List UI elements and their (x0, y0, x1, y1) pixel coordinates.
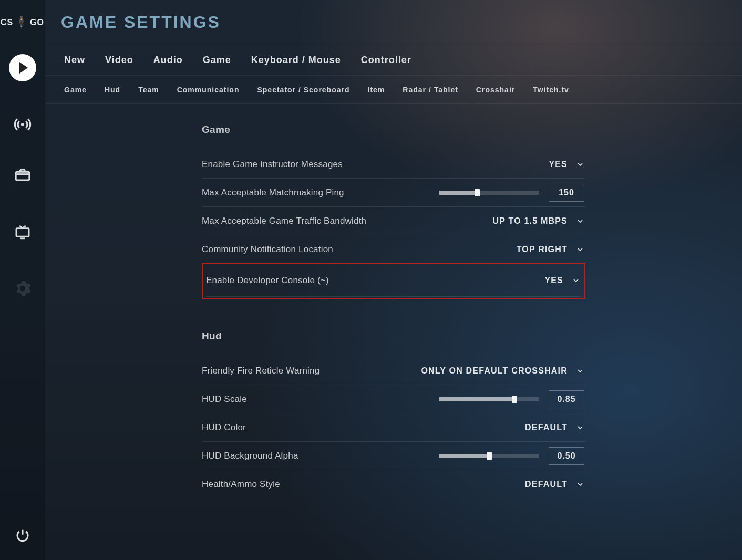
dropdown-bandwidth[interactable]: UP TO 1.5 MBPS (493, 207, 584, 235)
dropdown-value: ONLY ON DEFAULT CROSSHAIR (421, 366, 568, 376)
setting-label: Community Notification Location (202, 244, 333, 255)
setting-health-style: Health/Ammo Style DEFAULT (202, 470, 585, 499)
setting-ff-warning: Friendly Fire Reticle Warning ONLY ON DE… (202, 357, 585, 385)
logo-left: CS (1, 18, 13, 27)
game-logo: CS 🕴️ GO (0, 0, 45, 45)
chevron-down-icon (576, 217, 584, 225)
setting-label: Max Acceptable Game Traffic Bandwidth (202, 216, 366, 226)
setting-hud-scale: HUD Scale 0.85 (202, 385, 585, 413)
slider-hud-scale[interactable] (439, 397, 539, 401)
svg-rect-1 (16, 172, 29, 180)
sidebar-nav (0, 50, 45, 306)
dropdown-value: DEFAULT (525, 480, 568, 489)
dropdown-ff-warning[interactable]: ONLY ON DEFAULT CROSSHAIR (421, 357, 584, 385)
dropdown-notif-loc[interactable]: TOP RIGHT (517, 235, 584, 263)
setting-bg-alpha: HUD Background Alpha 0.50 (202, 442, 585, 470)
svg-rect-2 (16, 229, 28, 237)
dropdown-value: DEFAULT (525, 423, 568, 432)
sidebar-inventory-button[interactable] (0, 158, 45, 192)
number-input-bg-alpha[interactable]: 0.50 (549, 447, 584, 465)
logo-figure-icon: 🕴️ (14, 16, 29, 29)
chevron-down-icon (576, 245, 584, 254)
subtab-communication[interactable]: Communication (177, 86, 240, 94)
subtab-twitch[interactable]: Twitch.tv (533, 86, 569, 94)
subtab-crosshair[interactable]: Crosshair (476, 86, 515, 94)
setting-instructor: Enable Game Instructor Messages YES (202, 150, 585, 179)
section-title-hud: Hud (202, 330, 585, 342)
sidebar-power-button[interactable] (15, 527, 30, 545)
svg-point-0 (20, 123, 24, 126)
setting-label: HUD Background Alpha (202, 451, 298, 461)
setting-label: Health/Ammo Style (202, 479, 280, 490)
main-tabs: New Video Audio Game Keyboard / Mouse Co… (45, 45, 742, 76)
slider-ping[interactable] (439, 191, 539, 195)
setting-label: Enable Game Instructor Messages (202, 159, 343, 170)
chevron-down-icon (576, 423, 584, 432)
dropdown-value: TOP RIGHT (517, 245, 568, 254)
number-input-hud-scale[interactable]: 0.85 (549, 390, 584, 408)
dropdown-dev-console[interactable]: YES (544, 265, 580, 296)
dropdown-value: UP TO 1.5 MBPS (493, 216, 568, 226)
setting-bandwidth: Max Acceptable Game Traffic Bandwidth UP… (202, 207, 585, 235)
dropdown-hud-color[interactable]: DEFAULT (525, 413, 584, 441)
subtab-radar[interactable]: Radar / Tablet (403, 86, 458, 94)
slider-bg-alpha[interactable] (439, 454, 539, 458)
power-icon (15, 527, 30, 543)
logo-right: GO (30, 18, 44, 27)
setting-label: Enable Developer Console (~) (206, 275, 329, 286)
setting-ping: Max Acceptable Matchmaking Ping 150 (202, 179, 585, 207)
chevron-down-icon (572, 276, 580, 285)
play-icon (9, 54, 36, 81)
tab-keyboard[interactable]: Keyboard / Mouse (251, 55, 341, 66)
main-area: GAME SETTINGS New Video Audio Game Keybo… (45, 0, 742, 560)
setting-label: Max Acceptable Matchmaking Ping (202, 188, 344, 198)
tab-controller[interactable]: Controller (361, 55, 411, 66)
tab-new[interactable]: New (64, 55, 85, 66)
setting-notification-location: Community Notification Location TOP RIGH… (202, 235, 585, 264)
sidebar: CS 🕴️ GO (0, 0, 45, 560)
settings-scroll: Game Enable Game Instructor Messages YES… (45, 104, 742, 560)
setting-hud-color: HUD Color DEFAULT (202, 413, 585, 442)
slider-control-hud-scale: 0.85 (439, 385, 584, 413)
sidebar-broadcast-button[interactable] (0, 107, 45, 142)
number-input-ping[interactable]: 150 (549, 184, 584, 202)
subtab-game[interactable]: Game (64, 86, 87, 94)
dropdown-instructor[interactable]: YES (549, 150, 584, 178)
tab-video[interactable]: Video (105, 55, 133, 66)
page-header: GAME SETTINGS (45, 0, 742, 45)
sub-tabs: Game Hud Team Communication Spectator / … (45, 76, 742, 104)
chevron-down-icon (576, 367, 584, 375)
subtab-hud[interactable]: Hud (105, 86, 120, 94)
tab-game[interactable]: Game (203, 55, 231, 66)
setting-label: Friendly Fire Reticle Warning (202, 366, 320, 376)
tv-icon (14, 223, 32, 241)
chevron-down-icon (576, 480, 584, 489)
highlight-dev-console: Enable Developer Console (~) YES (202, 263, 585, 299)
inventory-icon (14, 166, 32, 184)
section-title-game: Game (202, 124, 585, 136)
gear-icon (14, 279, 32, 297)
sidebar-watch-button[interactable] (0, 214, 45, 249)
settings-panel: Game Enable Game Instructor Messages YES… (202, 117, 585, 560)
sidebar-play-button[interactable] (0, 50, 45, 85)
section-hud: Friendly Fire Reticle Warning ONLY ON DE… (202, 357, 585, 499)
subtab-item[interactable]: Item (368, 86, 385, 94)
setting-dev-console: Enable Developer Console (~) YES (206, 265, 581, 296)
sidebar-settings-button[interactable] (0, 271, 45, 306)
broadcast-icon (14, 116, 32, 133)
dropdown-value: YES (549, 160, 568, 169)
slider-control-ping: 150 (439, 179, 584, 206)
dropdown-value: YES (544, 276, 563, 285)
section-game: Enable Game Instructor Messages YES Max … (202, 150, 585, 299)
setting-label: HUD Color (202, 422, 246, 433)
slider-control-bg-alpha: 0.50 (439, 442, 584, 470)
page-title: GAME SETTINGS (61, 13, 221, 32)
subtab-team[interactable]: Team (138, 86, 159, 94)
setting-label: HUD Scale (202, 394, 247, 405)
dropdown-health-style[interactable]: DEFAULT (525, 470, 584, 499)
subtab-spectator[interactable]: Spectator / Scoreboard (257, 86, 349, 94)
chevron-down-icon (576, 160, 584, 169)
tab-audio[interactable]: Audio (153, 55, 183, 66)
